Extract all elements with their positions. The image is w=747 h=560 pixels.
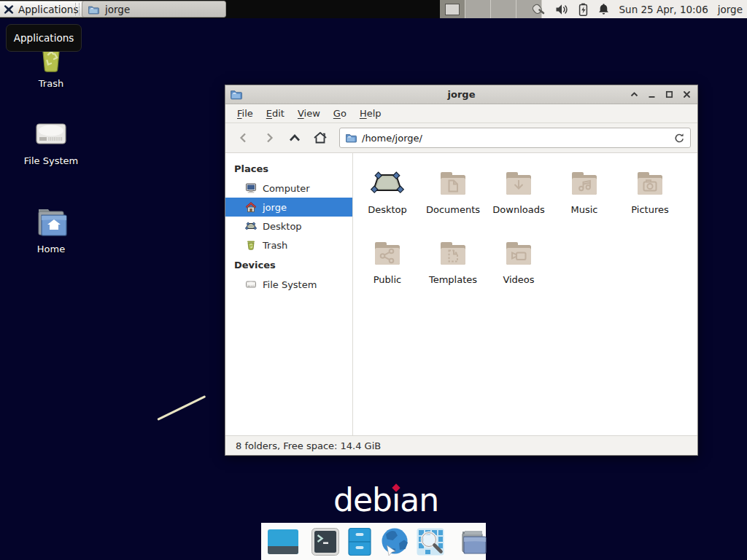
taskbar-window-button[interactable]: jorge [82,1,226,18]
folder-icon [345,132,357,144]
music-folder-icon [567,166,602,201]
debian-logo-text: deb [333,481,392,518]
top-panel: Applications jorge [0,0,747,18]
desktop-icon-label: File System [24,155,78,166]
sidebar-places-header: Places [225,158,352,179]
file-manager-launcher[interactable] [346,527,374,556]
notifications-icon[interactable] [597,3,610,15]
drive-icon [245,279,257,290]
menubar: File Edit View Go Help [225,104,697,123]
web-browser-launcher[interactable] [379,526,410,557]
sidebar-item-computer[interactable]: Computer [225,179,352,198]
workspace-switcher [440,0,542,18]
templates-folder-icon [436,236,471,271]
user-actions-button[interactable]: jorge [718,4,743,15]
workspace-2[interactable] [465,0,491,18]
applications-menu-label: Applications [18,4,78,15]
dock-panel [261,523,486,560]
menu-edit[interactable]: Edit [260,106,291,121]
hard-drive-icon [34,118,68,150]
applications-menu-icon [3,4,15,15]
forward-button[interactable] [258,127,281,149]
statusbar: 8 folders, Free space: 14.4 GiB [225,435,697,455]
sidebar-item-desktop[interactable]: Desktop [225,217,352,236]
home-button[interactable] [309,127,332,149]
desktop-special-icon [370,166,405,201]
home-icon [245,201,257,213]
desktop-icon-file-system[interactable]: File System [13,118,89,166]
menu-help[interactable]: Help [353,106,388,121]
desktop-icon-label: Home [37,244,65,254]
pictures-folder-icon [632,166,667,201]
location-path: /home/jorge/ [362,133,669,144]
show-desktop-button[interactable] [267,527,299,556]
home-folder-icon [34,206,68,238]
panel-handle[interactable] [75,3,80,15]
terminal-launcher[interactable] [311,527,340,556]
file-item-downloads[interactable]: Downloads [486,166,551,236]
desktop-icon [245,220,257,232]
file-item-music[interactable]: Music [551,166,617,236]
file-item-documents[interactable]: Documents [420,166,486,236]
desktop-root: Applications jorge [0,0,747,560]
statusbar-text: 8 folders, Free space: 14.4 GiB [236,440,381,451]
documents-folder-icon [436,166,471,201]
location-bar[interactable]: /home/jorge/ [339,128,691,148]
panel-status-area: Sun 25 Apr, 10:06 jorge [542,0,747,18]
reload-icon[interactable] [674,133,685,144]
sidebar-devices-header: Devices [225,254,352,275]
sidebar-item-file-system[interactable]: File System [225,275,352,294]
menu-go[interactable]: Go [327,106,353,121]
applications-menu-button[interactable]: Applications [0,1,85,18]
menu-view[interactable]: View [291,106,327,121]
file-pane: Desktop Documents Downloads [353,153,697,435]
downloads-folder-icon [501,166,536,201]
wallpaper-streak [157,395,206,421]
up-button[interactable] [283,127,306,149]
taskbar-window-label: jorge [105,4,130,15]
workspace-window-preview [445,4,460,15]
battery-icon[interactable] [578,3,588,16]
file-item-pictures[interactable]: Pictures [617,166,683,236]
back-button[interactable] [232,127,255,149]
workspace-1[interactable] [440,0,465,18]
trash-icon [245,239,257,251]
public-folder-icon [370,236,405,271]
debian-logo: debıan [333,481,438,518]
window-title: jorge [225,89,697,100]
toolbar: /home/jorge/ [225,123,697,153]
debian-logo-text: an [400,481,438,518]
desktop-icon-home[interactable]: Home [13,206,89,254]
file-item-public[interactable]: Public [355,236,420,306]
file-item-desktop[interactable]: Desktop [355,166,420,236]
application-finder-launcher[interactable] [416,527,445,556]
close-button[interactable] [681,88,693,101]
computer-icon [245,182,257,194]
menu-file[interactable]: File [231,106,260,121]
sidebar: Places Computer jorge [225,153,353,435]
directory-menu-button[interactable] [457,527,487,556]
titlebar[interactable]: jorge [225,85,697,104]
applications-tooltip-text: Applications [14,32,74,44]
workspace-3[interactable] [491,0,516,18]
file-item-videos[interactable]: Videos [486,236,551,306]
videos-folder-icon [501,236,536,271]
folder-icon [88,4,99,15]
sidebar-item-jorge[interactable]: jorge [225,198,352,217]
volume-icon[interactable] [555,4,569,15]
file-manager-window: jorge File Edit View Go Help [225,85,698,456]
clock[interactable]: Sun 25 Apr, 10:06 [619,4,708,15]
maximize-button[interactable] [663,88,676,101]
peripheral-icon[interactable] [530,3,546,16]
file-item-templates[interactable]: Templates [420,236,486,306]
applications-tooltip: Applications [6,24,82,52]
sidebar-item-trash[interactable]: Trash [225,236,352,254]
minimize-button[interactable] [646,88,658,101]
desktop-icon-label: Trash [39,78,63,89]
shade-button[interactable] [628,88,640,101]
